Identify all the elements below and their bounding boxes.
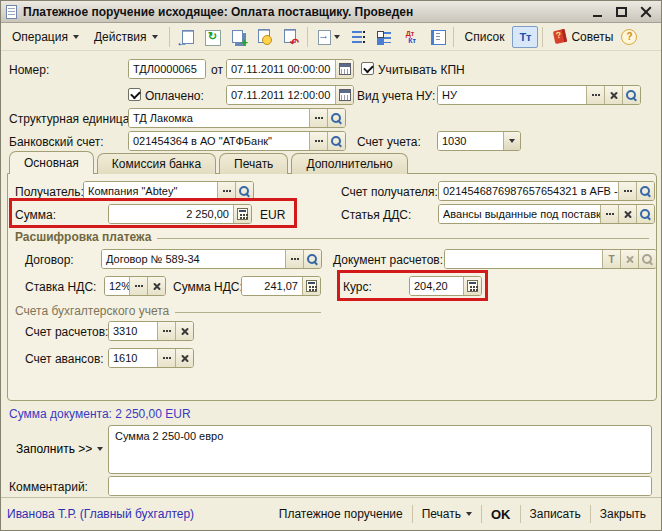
open-button[interactable]	[303, 250, 321, 268]
select-button[interactable]	[129, 277, 147, 295]
document-icon	[6, 5, 17, 19]
close-form-button[interactable]: Закрыть	[591, 502, 655, 526]
ledger-value[interactable]: 1030	[438, 132, 503, 150]
calculator-button[interactable]	[302, 277, 320, 295]
description-type-button[interactable]: Тт	[512, 26, 538, 48]
maximize-button[interactable]	[614, 4, 629, 19]
recipient-account-input[interactable]: 0214546876987657654321 в AFB - А	[439, 182, 618, 200]
author-link[interactable]: Иванова Т.Р. (Главный бухгалтер)	[7, 507, 270, 521]
paid-date-input[interactable]: 07.11.2011 12:00:00	[227, 86, 335, 104]
number-input[interactable]: ТДЛ0000065	[129, 60, 205, 78]
select-button[interactable]	[217, 182, 235, 200]
calculator-icon	[306, 280, 317, 292]
open-button[interactable]	[327, 132, 345, 150]
amount-input[interactable]: 2 250,00	[109, 205, 233, 223]
tab-osnovnaya[interactable]: Основная	[9, 151, 94, 174]
open-button[interactable]	[636, 182, 654, 200]
bank-account-input[interactable]: 021454364 в АО "АТФБанк"	[129, 132, 309, 150]
reread-button[interactable]	[174, 26, 199, 48]
print-button[interactable]: Печать	[413, 502, 481, 526]
unpost-document-button[interactable]	[278, 26, 303, 48]
advance-account-input[interactable]: 1610	[109, 349, 157, 367]
tab-komissiya-banka[interactable]: Комиссия банка	[97, 153, 216, 174]
calendar-button[interactable]	[335, 86, 353, 104]
calendar-button[interactable]	[335, 60, 353, 78]
vat-rate-input[interactable]: 12%	[105, 277, 129, 295]
recipient-field-wrap: Компания "Abtey"	[83, 181, 254, 201]
select-button[interactable]	[157, 349, 175, 367]
clear-button[interactable]	[147, 277, 165, 295]
payment-order-window: Платежное поручение исходящее: Оплата по…	[0, 0, 662, 531]
contract-input[interactable]: Договор № 589-34	[102, 250, 285, 268]
payment-purpose-textarea[interactable]: Сумма 2 250-00 евро	[108, 425, 652, 474]
settlement-account-input[interactable]: 3310	[109, 322, 157, 340]
select-button[interactable]	[600, 205, 618, 223]
select-button[interactable]	[157, 322, 175, 340]
tab-dopolnitelno[interactable]: Дополнительно	[291, 153, 407, 174]
calculator-button[interactable]	[233, 205, 251, 223]
open-button[interactable]	[327, 109, 345, 127]
calculator-button[interactable]	[463, 277, 481, 295]
save-button[interactable]: Записать	[521, 502, 590, 526]
select-button[interactable]	[586, 86, 604, 104]
clear-button[interactable]	[175, 322, 193, 340]
select-button[interactable]	[285, 250, 303, 268]
settlement-doc-label: Документ расчетов:	[333, 253, 443, 267]
clear-button[interactable]	[618, 205, 636, 223]
cashflow-input[interactable]: Авансы выданные под поставку	[439, 205, 600, 223]
vat-amount-input[interactable]: 241,07	[242, 277, 302, 295]
minimize-button[interactable]	[590, 4, 605, 19]
payment-order-button[interactable]: Платежное поручение	[270, 502, 412, 526]
close-button[interactable]	[638, 4, 653, 19]
document-movements-button[interactable]	[424, 26, 449, 48]
open-button[interactable]	[638, 250, 656, 268]
type-select-button[interactable]: T	[602, 250, 620, 268]
unit-input[interactable]: ТД Лакомка	[129, 109, 309, 127]
select-button[interactable]	[618, 182, 636, 200]
paid-date-field-wrap: 07.11.2011 12:00:00	[226, 85, 354, 105]
document-amount-text: Сумма документа: 2 250,00 EUR	[9, 407, 191, 421]
operation-menu-button[interactable]: Операция	[5, 26, 86, 48]
list-settings-button[interactable]	[346, 26, 371, 48]
comment-input[interactable]	[109, 477, 651, 495]
structure-button[interactable]	[372, 26, 397, 48]
clear-icon	[152, 282, 161, 291]
clear-button[interactable]	[604, 86, 622, 104]
post-document-button[interactable]	[252, 26, 277, 48]
tips-button[interactable]: Советы	[547, 26, 620, 48]
open-button[interactable]	[235, 182, 253, 200]
cashflow-field-wrap: Авансы выданные под поставку	[438, 204, 655, 224]
go-to-button[interactable]	[312, 26, 345, 48]
recipient-input[interactable]: Компания "Abtey"	[84, 182, 217, 200]
actions-menu-button[interactable]: Действия	[87, 26, 165, 48]
vat-amount-field-wrap: 241,07	[241, 276, 321, 296]
clear-button[interactable]	[620, 250, 638, 268]
select-button[interactable]	[309, 109, 327, 127]
open-button[interactable]	[636, 205, 654, 223]
select-button[interactable]	[309, 132, 327, 150]
list-button[interactable]: Список	[458, 26, 512, 48]
dt-kt-postings-button[interactable]: Дт Кт	[398, 26, 423, 48]
toolbar-separator	[453, 27, 454, 47]
clear-button[interactable]	[175, 349, 193, 367]
clear-icon	[625, 255, 634, 264]
currency-label: EUR	[260, 208, 285, 222]
ok-button[interactable]: OK	[482, 502, 520, 526]
kpn-checkbox[interactable]	[361, 62, 374, 75]
exchange-rate-input[interactable]: 204,20	[410, 277, 463, 295]
copy-button[interactable]	[226, 26, 251, 48]
paid-checkbox[interactable]	[128, 88, 141, 101]
tab-pechat[interactable]: Печать	[219, 153, 288, 174]
nu-input[interactable]: НУ	[438, 86, 586, 104]
exchange-rate-field-wrap: 204,20	[409, 276, 482, 296]
vat-rate-label: Ставка НДС:	[25, 280, 96, 294]
date-input[interactable]: 07.11.2011 00:00:00	[227, 60, 335, 78]
bank-account-label: Банковский счет:	[9, 135, 104, 149]
settlement-doc-input[interactable]	[445, 250, 602, 268]
calendar-icon	[339, 63, 351, 75]
open-button[interactable]	[622, 86, 640, 104]
fill-button[interactable]: Заполнить >>	[16, 442, 103, 456]
ledger-dropdown-button[interactable]	[503, 132, 520, 150]
refresh-button[interactable]	[200, 26, 225, 48]
help-button[interactable]: ?	[621, 29, 637, 45]
